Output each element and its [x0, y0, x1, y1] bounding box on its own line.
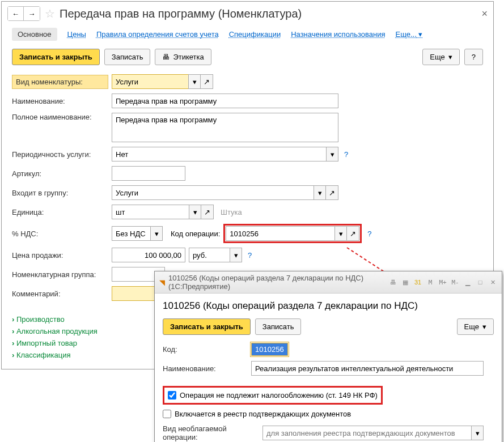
maximize-icon[interactable]: □: [476, 278, 485, 287]
opcode-highlight: ▾ ↗: [223, 224, 362, 243]
kind-combo: ▾ ↗: [112, 74, 213, 89]
label-button[interactable]: 🖶Этикетка: [155, 49, 211, 65]
nav-buttons: ← →: [7, 6, 40, 21]
popup-window-title: 1010256 (Коды операций раздела 7 деклара…: [168, 274, 385, 291]
comment-label: Комментарий:: [12, 290, 108, 298]
dropdown-icon[interactable]: ▾: [189, 205, 201, 219]
help-icon[interactable]: ?: [248, 251, 252, 260]
opcode-input[interactable]: [226, 226, 334, 241]
fullname-label: Полное наименование:: [12, 113, 108, 121]
m-plus-icon[interactable]: M+: [438, 278, 447, 287]
help-button[interactable]: ?: [464, 49, 483, 65]
popup-window: ◥ 1010256 (Коды операций раздела 7 декла…: [154, 271, 502, 442]
unit-label: Единица:: [12, 208, 108, 216]
opcode-label: Код операции:: [171, 230, 220, 238]
help-icon[interactable]: ?: [344, 150, 348, 159]
vat-combo: ▾: [112, 226, 163, 241]
popup-name-input[interactable]: [251, 361, 484, 376]
dropdown-icon[interactable]: ▾: [314, 185, 326, 200]
dropdown-icon[interactable]: ▾: [188, 74, 201, 89]
code-label: Код:: [163, 345, 248, 354]
grid-icon[interactable]: ▦: [401, 278, 410, 287]
chk-registry[interactable]: Включается в реестр подтверждающих докум…: [163, 408, 494, 420]
toolbar: Записать и закрыть Записать 🖶Этикетка Ещ…: [2, 44, 493, 72]
article-label: Артикул:: [12, 169, 108, 178]
name-input[interactable]: [112, 94, 338, 108]
popup-body: 1010256 (Коды операций раздела 7 деклара…: [155, 294, 502, 442]
popup-name-label: Наименование:: [163, 364, 248, 373]
unit-hint: Штука: [221, 208, 242, 216]
popup-save-button[interactable]: Записать: [255, 318, 302, 335]
group-combo: ▾ ↗: [112, 185, 338, 200]
popup-more-button[interactable]: Еще ▾: [457, 318, 494, 335]
open-icon[interactable]: ↗: [347, 226, 359, 241]
dropdown-icon[interactable]: ▾: [471, 426, 484, 440]
tab-usage[interactable]: Назначения использования: [291, 30, 385, 39]
tab-rules[interactable]: Правила определения счетов учета: [96, 30, 219, 39]
vid-input[interactable]: [262, 426, 471, 440]
popup-titlebar: ◥ 1010256 (Коды операций раздела 7 декла…: [155, 271, 502, 294]
open-icon[interactable]: ↗: [201, 74, 213, 89]
chk-no-tax[interactable]: Операция не подлежит налогообложению (ст…: [168, 389, 378, 401]
currency-input[interactable]: [189, 248, 230, 262]
nomgroup-label: Номенклатурная группа:: [12, 270, 108, 279]
page-title: Передача прав на программу (Номенклатура…: [60, 7, 302, 20]
open-icon[interactable]: ↗: [201, 205, 214, 219]
vat-label: % НДС:: [12, 230, 108, 238]
chk-registry-box[interactable]: [163, 410, 171, 418]
chk1-highlight: Операция не подлежит налогообложению (ст…: [163, 386, 383, 405]
tab-strip: Основное Цены Правила определения счетов…: [2, 26, 493, 44]
price-input[interactable]: [112, 248, 185, 262]
period-combo: ▾: [112, 147, 338, 162]
save-button[interactable]: Записать: [104, 49, 151, 65]
group-input[interactable]: [112, 185, 314, 200]
currency-combo: ▾: [189, 248, 242, 262]
kind-label: Вид номенклатуры:: [12, 75, 108, 89]
name-label: Наименование:: [12, 97, 108, 105]
tab-prices[interactable]: Цены: [67, 30, 86, 39]
titlebar: ← → ☆ Передача прав на программу (Номенк…: [2, 2, 493, 26]
m-minus-icon[interactable]: M-: [451, 278, 460, 287]
article-input[interactable]: [112, 166, 185, 181]
forward-button[interactable]: →: [24, 7, 40, 20]
tab-main[interactable]: Основное: [12, 28, 57, 41]
printer-icon: 🖶: [162, 53, 170, 61]
kind-input[interactable]: [112, 74, 188, 89]
calendar-icon[interactable]: 31: [413, 278, 422, 287]
price-label: Цена продажи:: [12, 251, 108, 260]
fullname-input[interactable]: Передача прав на программу: [112, 113, 338, 142]
back-button[interactable]: ←: [8, 7, 24, 20]
group-label: Входит в группу:: [12, 189, 108, 197]
favorite-star-icon[interactable]: ☆: [45, 7, 55, 20]
period-input[interactable]: [112, 147, 326, 162]
code-input[interactable]: 1010256: [251, 343, 288, 356]
more-button[interactable]: Еще ▾: [422, 49, 459, 65]
close-icon[interactable]: ×: [481, 8, 488, 20]
dropdown-icon[interactable]: ▾: [334, 226, 347, 241]
unit-input[interactable]: [112, 205, 189, 219]
opcode-combo: ▾ ↗: [226, 226, 359, 241]
print-icon[interactable]: 🖶: [388, 278, 397, 287]
close-icon[interactable]: ✕: [488, 278, 497, 287]
popup-heading: 1010256 (Коды операций раздела 7 деклара…: [163, 300, 494, 312]
m-icon[interactable]: M: [426, 278, 435, 287]
chk-no-tax-box[interactable]: [168, 391, 176, 400]
dropdown-icon[interactable]: ▾: [326, 147, 338, 162]
dropdown-icon[interactable]: ▾: [150, 226, 163, 241]
vid-combo: ▾: [262, 426, 484, 440]
tab-specs[interactable]: Спецификации: [229, 30, 281, 39]
help-icon[interactable]: ?: [367, 230, 371, 238]
save-close-button[interactable]: Записать и закрыть: [12, 49, 100, 65]
unit-combo: ▾ ↗: [112, 205, 214, 219]
tab-more[interactable]: Еще... ▾: [395, 30, 422, 39]
period-label: Периодичность услуги:: [12, 150, 108, 159]
app-icon: ◥: [159, 278, 165, 287]
vid-label: Вид необлагаемой операции:: [163, 424, 259, 441]
vat-input[interactable]: [112, 226, 150, 241]
open-icon[interactable]: ↗: [326, 185, 338, 200]
dropdown-icon[interactable]: ▾: [230, 248, 242, 262]
popup-save-close-button[interactable]: Записать и закрыть: [163, 318, 251, 335]
minimize-icon[interactable]: ▁: [463, 278, 472, 287]
